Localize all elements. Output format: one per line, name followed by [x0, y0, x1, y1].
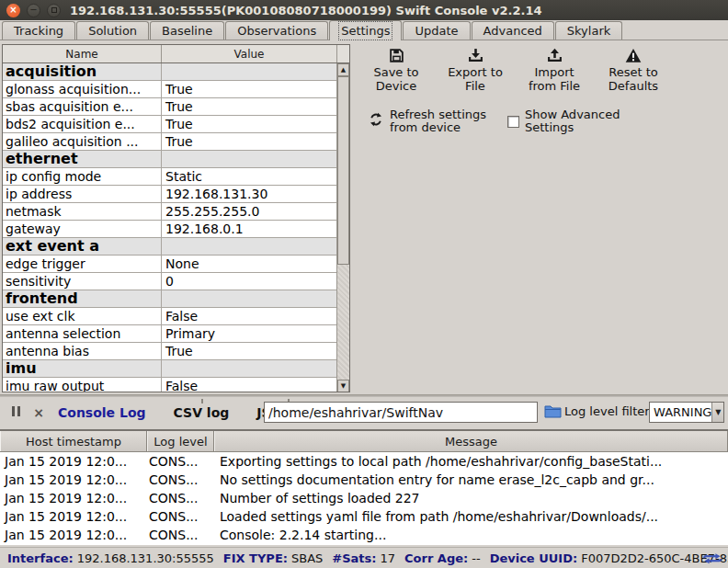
- setting-value[interactable]: False: [162, 378, 337, 392]
- import-from-file-label: Import from File: [521, 66, 587, 94]
- settings-scrollbar[interactable]: ▲ ▼: [336, 63, 349, 392]
- setting-value[interactable]: [162, 151, 337, 167]
- table-row[interactable]: frontend: [3, 290, 337, 308]
- log-table-header: Host timestamp Log level Message: [0, 431, 728, 452]
- settings-panel: Name Value acquisition glonass acquisiti…: [0, 40, 728, 394]
- connection-cycle-button[interactable]: [702, 551, 722, 568]
- log-row[interactable]: Jan 15 2019 12:0... CONS... Console: 2.2…: [0, 526, 728, 544]
- refresh-settings-button[interactable]: Refresh settings from device: [369, 108, 493, 135]
- tab-label: Skylark: [567, 24, 610, 38]
- status-label: Device UUID:: [490, 551, 578, 565]
- scroll-up-button[interactable]: ▲: [337, 63, 349, 76]
- setting-value[interactable]: [162, 63, 337, 80]
- status-item: Corr Age:--: [404, 551, 481, 565]
- tab[interactable]: Update: [403, 21, 470, 40]
- log-level: CONS...: [147, 452, 214, 471]
- setting-value[interactable]: True: [162, 343, 337, 359]
- setting-value[interactable]: [162, 238, 337, 255]
- table-row[interactable]: sbas acquisition e... True: [3, 98, 337, 116]
- column-header-message[interactable]: Message: [214, 431, 728, 451]
- setting-value[interactable]: [162, 290, 337, 307]
- export-to-file-button[interactable]: Export to File: [442, 48, 508, 94]
- setting-value[interactable]: 192.168.131.30: [162, 186, 337, 202]
- window-minimize-button[interactable]: −: [27, 4, 40, 17]
- setting-value[interactable]: True: [162, 133, 337, 150]
- window-close-button[interactable]: ×: [6, 4, 20, 17]
- setting-value[interactable]: True: [162, 81, 337, 97]
- table-row[interactable]: acquisition: [3, 63, 337, 81]
- save-to-device-button[interactable]: Save to Device: [363, 48, 429, 94]
- tab[interactable]: Advanced: [472, 21, 554, 40]
- log-level: CONS...: [147, 471, 214, 489]
- tab[interactable]: Skylark: [555, 21, 622, 40]
- log-row[interactable]: Jan 15 2019 12:0... CONS... Loaded setti…: [0, 507, 728, 526]
- log-row[interactable]: Jan 15 2019 12:0... CONS... Exporting se…: [0, 452, 728, 471]
- csv-log-checkbox[interactable]: CSV log: [174, 405, 230, 420]
- folder-icon[interactable]: [544, 404, 562, 422]
- table-row[interactable]: ip address 192.168.131.30: [3, 186, 337, 203]
- floppy-disk-icon: [389, 48, 404, 63]
- setting-value[interactable]: 192.168.0.1: [162, 221, 337, 237]
- setting-value[interactable]: False: [162, 308, 337, 324]
- swift-console-window: × − 192.168.131.30:55555(PK0010808071800…: [0, 0, 728, 568]
- tab[interactable]: Settings: [329, 20, 402, 40]
- clear-log-button[interactable]: ×: [30, 404, 47, 421]
- show-advanced-checkbox[interactable]: [507, 116, 519, 128]
- log-row[interactable]: Jan 15 2019 12:0... CONS... No settings …: [0, 471, 728, 489]
- setting-value[interactable]: Primary: [162, 325, 337, 342]
- csv-log-label: CSV log: [174, 405, 230, 420]
- setting-value[interactable]: [162, 360, 337, 377]
- close-icon: ×: [9, 6, 17, 15]
- status-bar: Interface:192.168.131.30:55555 FIX TYPE:…: [0, 547, 728, 568]
- setting-value[interactable]: True: [162, 98, 337, 115]
- log-directory-input[interactable]: [264, 402, 538, 423]
- column-header-value[interactable]: Value: [162, 45, 337, 62]
- tab[interactable]: Observations: [225, 21, 328, 40]
- console-toolbar: × Console Log CSV log JSON log Log level…: [0, 397, 728, 427]
- console-log-title: Console Log: [58, 405, 146, 420]
- log-level: CONS...: [147, 526, 214, 544]
- column-header-host-timestamp[interactable]: Host timestamp: [0, 431, 147, 451]
- log-level-filter-dropdown[interactable]: WARNING ▼: [649, 402, 724, 423]
- table-row[interactable]: glonass acquisition... True: [3, 81, 337, 98]
- dropdown-arrow-button[interactable]: ▼: [711, 403, 723, 422]
- setting-value[interactable]: Static: [162, 168, 337, 185]
- table-row[interactable]: netmask 255.255.255.0: [3, 203, 337, 221]
- table-row[interactable]: imu: [3, 360, 337, 378]
- table-row[interactable]: edge trigger None: [3, 256, 337, 273]
- table-row[interactable]: imu raw output False: [3, 378, 337, 392]
- refresh-settings-label: Refresh settings from device: [390, 108, 493, 135]
- tab[interactable]: Solution: [76, 21, 149, 40]
- table-row[interactable]: ethernet: [3, 151, 337, 168]
- log-level: CONS...: [147, 507, 214, 526]
- log-row[interactable]: Jan 15 2019 12:0... CONS... Number of se…: [0, 489, 728, 507]
- pause-log-button[interactable]: [7, 404, 24, 421]
- setting-value[interactable]: True: [162, 116, 337, 132]
- table-row[interactable]: ext event a: [3, 238, 337, 256]
- tab[interactable]: Baseline: [150, 21, 224, 40]
- table-row[interactable]: bds2 acquisition e... True: [3, 116, 337, 133]
- column-header-name[interactable]: Name: [3, 45, 162, 62]
- setting-value[interactable]: 255.255.255.0: [162, 203, 337, 220]
- tab[interactable]: Tracking: [2, 21, 75, 40]
- log-message: Loaded settings yaml file from path /hom…: [214, 507, 728, 526]
- table-row[interactable]: gateway 192.168.0.1: [3, 221, 337, 238]
- tab-label: Baseline: [162, 24, 212, 38]
- table-row[interactable]: antenna selection Primary: [3, 325, 337, 343]
- pause-icon: [11, 403, 21, 421]
- setting-value[interactable]: None: [162, 256, 337, 272]
- table-row[interactable]: sensitivity 0: [3, 273, 337, 290]
- scroll-down-button[interactable]: ▼: [337, 380, 349, 392]
- window-maximize-button[interactable]: [47, 4, 61, 17]
- table-row[interactable]: use ext clk False: [3, 308, 337, 325]
- table-row[interactable]: antenna bias True: [3, 343, 337, 360]
- reset-to-defaults-button[interactable]: Reset to Defaults: [600, 48, 666, 94]
- table-row[interactable]: galileo acquisition ... True: [3, 133, 337, 151]
- import-from-file-button[interactable]: Import from File: [521, 48, 587, 94]
- log-level-filter-label: Log level filter:: [564, 404, 654, 418]
- setting-value[interactable]: 0: [162, 273, 337, 290]
- table-row[interactable]: ip config mode Static: [3, 168, 337, 186]
- show-advanced-option: Show Advanced Settings: [507, 108, 621, 135]
- column-header-log-level[interactable]: Log level: [147, 431, 214, 451]
- scrollbar-thumb[interactable]: [337, 76, 349, 265]
